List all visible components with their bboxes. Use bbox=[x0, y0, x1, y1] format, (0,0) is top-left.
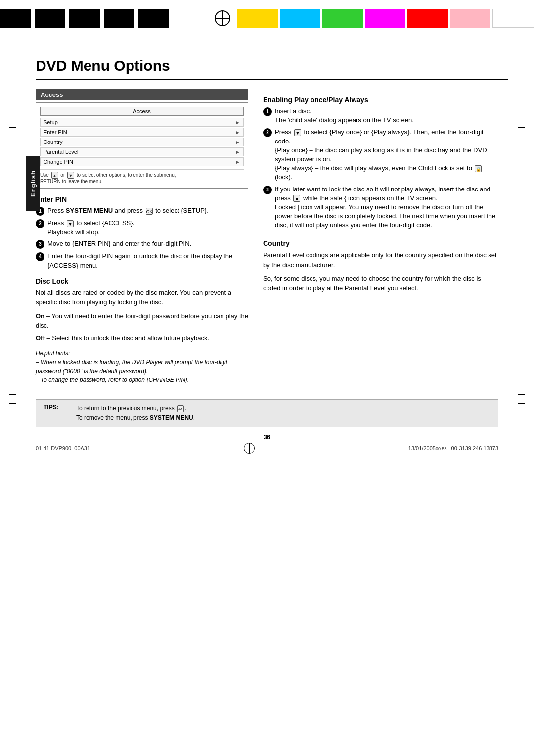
change-pin-arrow: ► bbox=[235, 159, 240, 165]
enter-pin-title: Enter PIN bbox=[36, 195, 248, 203]
footer-right: 13/01/200500:58 00-3139 246 13873 bbox=[408, 445, 498, 451]
helpful-hint-1: – When a locked disc is loading, the DVD… bbox=[36, 358, 248, 376]
page-outer: English DVD Menu Options Access Access S… bbox=[0, 28, 534, 464]
page-footer: 01-41 DVP900_00A31 13/01/200500:58 00-31… bbox=[36, 443, 498, 464]
play-step-3: 3 If you later want to lock the disc so … bbox=[263, 185, 498, 230]
tips-line-1: To return to the previous menu, press ↩. bbox=[76, 404, 490, 413]
black-seg-2 bbox=[35, 9, 65, 28]
color-green bbox=[322, 9, 363, 28]
tips-line-2: To remove the menu, press SYSTEM MENU. bbox=[76, 413, 490, 423]
enter-pin-title-text: Enter PIN bbox=[36, 195, 67, 203]
color-yellow bbox=[237, 9, 278, 28]
step-2-text: Press ▼ to select {ACCESS}.Playback will… bbox=[47, 219, 134, 236]
color-cyan bbox=[280, 9, 320, 28]
play-step-2-text: Press ▼ to select {Play once} or {Play a… bbox=[275, 128, 498, 182]
play-step-1-num: 1 bbox=[263, 107, 272, 116]
left-mark-top bbox=[9, 127, 16, 128]
country-text-1: Parental Level codings are applicable on… bbox=[263, 250, 498, 270]
access-box: Access Setup ► Enter PIN ► Country ► Par… bbox=[36, 102, 248, 189]
enabling-play-steps: 1 Insert a disc.The 'child safe' dialog … bbox=[263, 107, 498, 230]
enter-pin-steps: 1 Press SYSTEM MENU and press OK to sele… bbox=[36, 206, 248, 270]
color-white bbox=[492, 9, 534, 28]
enter-pin-label: Enter PIN bbox=[44, 129, 67, 135]
off-label: Off bbox=[36, 334, 45, 342]
language-label: English bbox=[29, 170, 37, 197]
tips-label: TIPS: bbox=[44, 404, 68, 423]
down-icon: ▼ bbox=[67, 172, 74, 179]
step-3-text: Move to {ENTER PIN} and enter the four-d… bbox=[47, 239, 191, 248]
play-step-3-num: 3 bbox=[263, 186, 272, 194]
country-title-text: Country bbox=[263, 239, 290, 247]
return-icon: ↩ bbox=[177, 405, 184, 412]
step-4-num: 4 bbox=[36, 252, 44, 261]
right-mark-mid bbox=[518, 394, 525, 395]
access-box-hint: Use ▲ or ▼ to select other options, to e… bbox=[40, 169, 244, 184]
ok-icon: OK bbox=[146, 208, 153, 215]
helpful-hints-label: Helpful hints: bbox=[36, 349, 248, 358]
enabling-play-title-text: Enabling Play once/Play Always bbox=[263, 96, 368, 104]
top-bar bbox=[0, 9, 534, 28]
page-number: 36 bbox=[26, 433, 508, 441]
crosshair-icon bbox=[215, 10, 230, 26]
right-mark-top bbox=[518, 127, 525, 128]
footer-crosshair bbox=[244, 443, 255, 454]
access-menu-setup: Setup ► bbox=[40, 118, 244, 127]
change-pin-label: Change PIN bbox=[44, 159, 73, 165]
play-step-1-text: Insert a disc.The 'child safe' dialog ap… bbox=[275, 107, 414, 125]
left-column: Access Access Setup ► Enter PIN ► Countr… bbox=[36, 89, 248, 384]
setup-label: Setup bbox=[44, 119, 58, 125]
color-magenta bbox=[365, 9, 405, 28]
footer-left: 01-41 DVP900_00A31 bbox=[36, 445, 90, 451]
country-title: Country bbox=[263, 239, 498, 247]
access-menu-change-pin: Change PIN ► bbox=[40, 157, 244, 166]
step-1: 1 Press SYSTEM MENU and press OK to sele… bbox=[36, 206, 248, 216]
step-4-text: Enter the four-digit PIN again to unlock… bbox=[47, 252, 248, 270]
access-header: Access bbox=[36, 89, 248, 100]
on-label: On bbox=[36, 312, 44, 320]
content-columns: Access Access Setup ► Enter PIN ► Countr… bbox=[26, 89, 508, 384]
parental-label: Parental Level bbox=[44, 149, 78, 155]
play-step-3-text: If you later want to lock the disc so it… bbox=[275, 185, 498, 230]
top-crosshair-container bbox=[208, 9, 237, 28]
access-menu-enter-pin: Enter PIN ► bbox=[40, 128, 244, 137]
disc-lock-on: On – You will need to enter the four-dig… bbox=[36, 311, 248, 331]
language-sidebar: English bbox=[26, 156, 40, 211]
black-seg-1 bbox=[0, 9, 31, 28]
step-3: 3 Move to {ENTER PIN} and enter the four… bbox=[36, 239, 248, 249]
up-icon: ▲ bbox=[51, 172, 58, 179]
tips-content: To return to the previous menu, press ↩.… bbox=[76, 404, 490, 423]
country-label: Country bbox=[44, 139, 63, 145]
page-title: DVD Menu Options bbox=[26, 57, 508, 74]
disc-lock-title-text: Disc Lock bbox=[36, 277, 68, 285]
black-seg-3 bbox=[69, 9, 100, 28]
step-3-num: 3 bbox=[36, 240, 44, 249]
step-4: 4 Enter the four-digit PIN again to unlo… bbox=[36, 252, 248, 270]
left-mark-mid bbox=[9, 394, 16, 395]
left-mark-bottom bbox=[9, 403, 16, 404]
top-bar-black bbox=[0, 9, 208, 28]
down-btn-icon: ▼ bbox=[67, 220, 74, 227]
color-red bbox=[407, 9, 448, 28]
play-step-2: 2 Press ▼ to select {Play once} or {Play… bbox=[263, 128, 498, 182]
disc-lock-title: Disc Lock bbox=[36, 277, 248, 285]
step-2-num: 2 bbox=[36, 219, 44, 228]
top-bar-colors bbox=[237, 9, 534, 28]
helpful-hint-2: – To change the password, refer to optio… bbox=[36, 376, 248, 384]
disc-lock-intro: Not all discs are rated or coded by the … bbox=[36, 288, 248, 307]
access-menu-title: Access bbox=[40, 107, 244, 116]
enabling-play-title: Enabling Play once/Play Always bbox=[263, 96, 498, 104]
black-seg-4 bbox=[104, 9, 134, 28]
lock-icon: 🔒 bbox=[475, 165, 482, 172]
disc-lock-off: Off – Select this to unlock the disc and… bbox=[36, 333, 248, 343]
play-step-2-num: 2 bbox=[263, 128, 272, 137]
country-arrow: ► bbox=[235, 140, 240, 145]
press-icon: ■ bbox=[293, 195, 300, 202]
black-seg-5 bbox=[138, 9, 169, 28]
setup-arrow: ► bbox=[235, 120, 240, 125]
step-2: 2 Press ▼ to select {ACCESS}.Playback wi… bbox=[36, 219, 248, 236]
country-text-2: So, for some discs, you may need to choo… bbox=[263, 274, 498, 293]
color-pink bbox=[450, 9, 490, 28]
helpful-hints: Helpful hints: – When a locked disc is l… bbox=[36, 349, 248, 384]
enter-pin-arrow: ► bbox=[235, 130, 240, 135]
tips-bar: TIPS: To return to the previous menu, pr… bbox=[36, 399, 498, 427]
